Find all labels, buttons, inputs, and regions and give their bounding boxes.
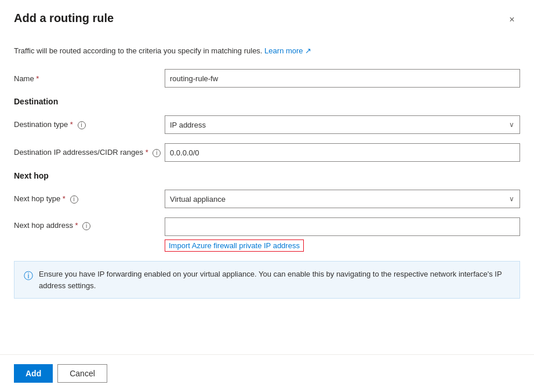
destination-ip-input[interactable] — [165, 143, 520, 162]
next-hop-type-select[interactable]: Virtual appliance — [165, 190, 520, 208]
name-input[interactable] — [165, 69, 520, 88]
alert-text: Ensure you have IP forwarding enabled on… — [39, 268, 510, 291]
import-azure-firewall-link[interactable]: Import Azure firewall private IP address — [165, 239, 304, 252]
learn-more-link[interactable]: Learn more ↗ — [264, 46, 311, 55]
destination-ip-row: Destination IP addresses/CIDR ranges * i — [14, 143, 520, 162]
cancel-button[interactable]: Cancel — [57, 364, 107, 383]
ip-forwarding-alert: ⓘ Ensure you have IP forwarding enabled … — [14, 261, 520, 299]
dialog-header: Add a routing rule × — [0, 0, 534, 37]
dialog-title: Add a routing rule — [14, 12, 114, 25]
next-hop-type-label: Next hop type * i — [14, 194, 165, 204]
next-hop-type-row: Next hop type * i Virtual appliance — [14, 190, 520, 208]
info-text: Traffic will be routed according to the … — [14, 46, 520, 55]
destination-type-info-icon: i — [78, 121, 86, 129]
next-hop-type-info-icon: i — [70, 195, 78, 204]
next-hop-type-select-container: Virtual appliance — [165, 190, 520, 208]
close-button[interactable]: × — [504, 12, 520, 28]
add-button[interactable]: Add — [14, 364, 53, 383]
next-hop-type-select-wrapper: Virtual appliance — [165, 190, 520, 208]
next-hop-address-label: Next hop address * i — [14, 217, 165, 230]
add-routing-rule-dialog: Add a routing rule × Traffic will be rou… — [0, 0, 534, 392]
next-hop-address-input[interactable] — [165, 217, 520, 236]
destination-type-row: Destination type * i IP address — [14, 115, 520, 134]
destination-type-select-wrapper: IP address — [165, 115, 520, 134]
dialog-content: Traffic will be routed according to the … — [0, 37, 534, 354]
destination-ip-label: Destination IP addresses/CIDR ranges * i — [14, 148, 165, 157]
destination-ip-info-icon: i — [152, 149, 161, 157]
name-label: Name * — [14, 74, 165, 83]
next-hop-heading: Next hop — [14, 171, 520, 180]
name-input-wrapper — [165, 69, 520, 88]
destination-type-select-container: IP address — [165, 115, 520, 134]
next-hop-address-input-wrapper: Import Azure firewall private IP address — [165, 217, 520, 252]
name-row: Name * — [14, 69, 520, 88]
destination-heading: Destination — [14, 97, 520, 106]
next-hop-address-row: Next hop address * i Import Azure firewa… — [14, 217, 520, 252]
next-hop-address-info-icon: i — [82, 222, 90, 230]
destination-ip-input-wrapper — [165, 143, 520, 162]
destination-type-select[interactable]: IP address — [165, 115, 520, 134]
destination-type-label: Destination type * i — [14, 120, 165, 129]
dialog-footer: Add Cancel — [0, 354, 534, 392]
external-link-icon: ↗ — [305, 46, 311, 55]
alert-info-icon: ⓘ — [24, 269, 33, 283]
